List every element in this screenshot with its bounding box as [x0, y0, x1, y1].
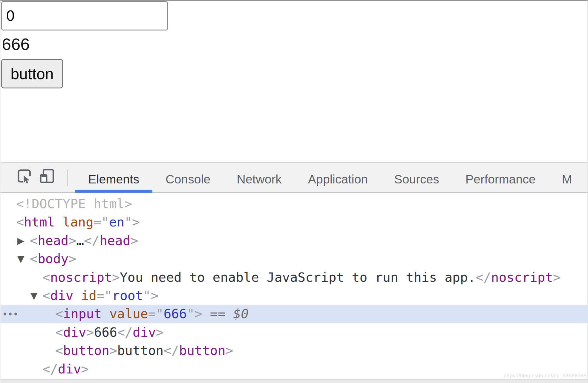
token-tag: div: [133, 325, 156, 340]
html-open-tag[interactable]: <html lang="en">: [0, 213, 588, 231]
token-tag: input: [63, 306, 102, 321]
token-brk: =": [94, 215, 109, 229]
button-node[interactable]: <button>button</button>: [0, 341, 588, 360]
device-toolbar-icon[interactable]: [38, 167, 56, 185]
token-brk: >: [112, 270, 120, 285]
token-sp: [102, 306, 109, 321]
token-brk: </: [163, 343, 179, 358]
token-val: root: [112, 288, 143, 303]
token-doc: <!DOCTYPE html>: [16, 196, 132, 211]
token-attr: lang: [62, 215, 94, 229]
tab-m[interactable]: M: [549, 163, 585, 192]
tab-elements[interactable]: Elements: [75, 163, 152, 192]
doctype-node[interactable]: <!DOCTYPE html>: [0, 195, 588, 213]
token-brk: ">: [187, 306, 202, 321]
demo-text-input[interactable]: [1, 1, 168, 30]
inspect-element-glyph: [16, 167, 33, 185]
body-open-tag[interactable]: ▼<body>: [0, 250, 588, 268]
tab-console[interactable]: Console: [152, 163, 223, 192]
token-brk: =": [148, 306, 164, 321]
token-tag: div: [63, 325, 86, 340]
tab-performance[interactable]: Performance: [452, 163, 549, 192]
input-node-selected[interactable]: <input value="666"> == $0: [0, 305, 588, 323]
token-txt: You need to enable JavaScript to run thi…: [120, 270, 476, 285]
token-txt: 666: [94, 325, 117, 340]
token-tag: body: [38, 251, 69, 266]
tab-application[interactable]: Application: [295, 163, 381, 192]
token-attr: value: [109, 306, 148, 321]
token-tag: noscript: [50, 270, 112, 285]
head-node-collapsed[interactable]: ▶<head>…</head>: [0, 232, 588, 250]
token-brk: <: [30, 233, 38, 248]
expand-arrow-icon[interactable]: ▶: [17, 232, 24, 250]
token-brk: <: [55, 306, 63, 321]
device-toolbar-glyph: [38, 167, 56, 185]
token-tag: div: [58, 361, 81, 376]
devtools-tab-bar: ElementsConsoleNetworkApplicationSources…: [75, 163, 585, 192]
token-brk: </: [84, 233, 99, 248]
token-tag: head: [38, 233, 69, 248]
token-tag: head: [99, 233, 131, 248]
token-tag: button: [179, 343, 225, 358]
more-actions-icon[interactable]: [4, 313, 17, 315]
div-root-close-tag[interactable]: </div>: [0, 360, 588, 378]
token-brk: </: [117, 325, 133, 340]
token-brk: <: [55, 343, 63, 358]
inspect-element-icon[interactable]: [16, 167, 33, 185]
token-sp: [226, 306, 233, 321]
horizontal-scrollbar[interactable]: [0, 379, 588, 383]
demo-button[interactable]: button: [1, 59, 63, 88]
devtools-panel: ElementsConsoleNetworkApplicationSources…: [0, 162, 588, 383]
devtools-toolbar: ElementsConsoleNetworkApplicationSources…: [0, 163, 588, 193]
token-brk: >: [81, 361, 89, 376]
token-brk: >: [109, 343, 117, 358]
token-eqi: $0: [233, 306, 249, 321]
demo-output-text: 666: [2, 36, 168, 53]
token-brk: >: [86, 325, 94, 340]
token-sp: [74, 288, 81, 303]
token-brk: >: [131, 233, 138, 248]
token-brk: <: [16, 215, 24, 229]
token-txt: button: [117, 343, 163, 358]
token-brk: ">: [124, 215, 140, 229]
token-brk: >: [156, 325, 164, 340]
token-sp: [55, 215, 62, 229]
token-brk: ">: [143, 288, 159, 303]
token-brk: <: [55, 325, 63, 340]
token-tag: button: [63, 343, 109, 358]
tab-network[interactable]: Network: [223, 163, 295, 192]
token-val: en: [109, 215, 125, 229]
toolbar-divider: [67, 169, 68, 186]
token-brk: <: [42, 270, 50, 285]
token-ell: …: [76, 233, 84, 248]
token-brk: </: [42, 361, 58, 376]
elements-dom-tree: <!DOCTYPE html><html lang="en">▶<head>…<…: [0, 193, 588, 378]
token-tag: div: [50, 288, 74, 303]
collapse-arrow-icon[interactable]: ▼: [17, 250, 24, 268]
token-sp: [202, 306, 210, 321]
noscript-node[interactable]: <noscript>You need to enable JavaScript …: [0, 268, 588, 287]
token-attr: id: [81, 288, 97, 303]
token-brk: </: [476, 270, 491, 285]
collapse-arrow-icon[interactable]: ▼: [30, 287, 37, 305]
div-666-node[interactable]: <div>666</div>: [0, 323, 588, 341]
token-brk: >: [553, 270, 561, 285]
div-root-open-tag[interactable]: ▼<div id="root">: [0, 287, 588, 305]
token-brk: <: [42, 288, 50, 303]
tab-sources[interactable]: Sources: [381, 163, 452, 192]
token-eq: ==: [210, 306, 226, 321]
token-tag: noscript: [491, 270, 553, 285]
token-val: 666: [163, 306, 187, 321]
token-brk: >: [226, 343, 233, 358]
token-brk: >: [68, 251, 76, 266]
demo-page: 666 button: [1, 1, 168, 88]
token-brk: >: [68, 233, 76, 248]
token-brk: =": [97, 288, 112, 303]
watermark: https://blog.csdn.net/qq_33988065: [504, 373, 587, 379]
token-tag: html: [24, 215, 55, 229]
token-brk: <: [30, 251, 38, 266]
